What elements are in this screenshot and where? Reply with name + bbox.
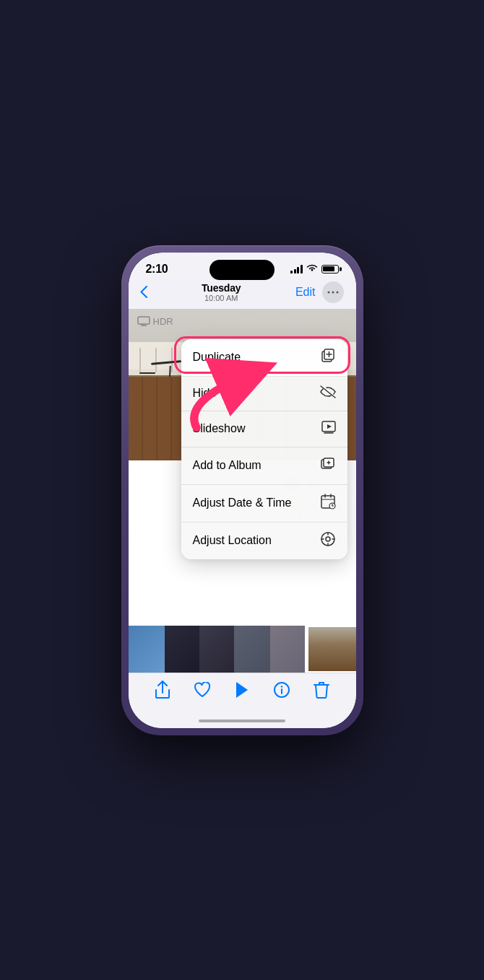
signal-bars-icon [290, 265, 303, 274]
dynamic-island [209, 260, 275, 280]
edit-button[interactable]: Edit [295, 286, 316, 299]
svg-point-0 [328, 291, 330, 293]
status-time: 2:10 [146, 263, 168, 276]
screen: 2:10 [129, 253, 356, 728]
adjust-location-icon [320, 531, 336, 551]
duplicate-label: Duplicate [193, 351, 241, 364]
adjust-date-icon [320, 494, 336, 513]
nav-bar: Tuesday 10:00 AM Edit [129, 279, 356, 309]
svg-marker-19 [327, 424, 332, 429]
menu-item-adjust-location[interactable]: Adjust Location [181, 522, 347, 559]
hdr-badge: HDR [137, 316, 173, 327]
svg-point-33 [326, 537, 330, 541]
hide-icon [320, 385, 336, 402]
phone-inner: 2:10 [129, 253, 356, 728]
photo-area: HDR [129, 309, 356, 626]
svg-marker-39 [236, 682, 248, 698]
menu-item-slideshow[interactable]: Slideshow [181, 411, 347, 447]
nav-title: Tuesday [202, 282, 241, 294]
phone-frame: 2:10 [121, 245, 363, 735]
add-album-label: Add to Album [193, 459, 262, 472]
thumb-2[interactable] [165, 626, 199, 673]
nav-center: Tuesday 10:00 AM [202, 282, 241, 302]
thumb-4[interactable] [234, 626, 270, 673]
thumbnail-strip [129, 626, 356, 673]
main-content: HDR [129, 309, 356, 626]
menu-item-adjust-date[interactable]: Adjust Date & Time [181, 485, 347, 522]
nav-subtitle: 10:00 AM [202, 294, 241, 302]
battery-icon [321, 265, 339, 274]
slideshow-icon [321, 420, 336, 438]
share-button[interactable] [155, 681, 170, 699]
menu-item-duplicate[interactable]: Duplicate [181, 339, 347, 377]
svg-point-1 [332, 291, 334, 293]
dropdown-menu: Duplicate Hide [181, 339, 347, 559]
hdr-label: HDR [153, 316, 173, 327]
favorite-button[interactable] [194, 682, 211, 698]
bottom-toolbar [129, 673, 356, 714]
thumb-3[interactable] [199, 626, 234, 673]
svg-point-42 [280, 686, 282, 687]
adjust-date-label: Adjust Date & Time [193, 496, 292, 509]
status-bar: 2:10 [129, 253, 356, 279]
wifi-icon [306, 263, 318, 274]
add-album-icon [320, 456, 336, 476]
nav-actions: Edit [295, 281, 345, 303]
menu-item-add-album[interactable]: Add to Album [181, 447, 347, 485]
hide-label: Hide [193, 387, 217, 400]
play-button[interactable] [235, 681, 249, 699]
svg-rect-3 [138, 317, 150, 324]
svg-point-2 [337, 291, 339, 293]
thumb-1[interactable] [129, 626, 165, 673]
duplicate-icon [320, 348, 336, 367]
back-button[interactable] [140, 286, 147, 298]
menu-item-hide[interactable]: Hide [181, 377, 347, 411]
home-bar [199, 719, 285, 722]
status-icons [290, 263, 339, 274]
info-button[interactable] [273, 681, 290, 699]
adjust-location-label: Adjust Location [193, 534, 272, 547]
delete-button[interactable] [314, 681, 329, 699]
more-button[interactable] [322, 281, 344, 303]
thumb-selected[interactable] [307, 626, 356, 673]
thumb-5[interactable] [270, 626, 305, 673]
slideshow-label: Slideshow [193, 422, 246, 435]
home-indicator [129, 714, 356, 728]
